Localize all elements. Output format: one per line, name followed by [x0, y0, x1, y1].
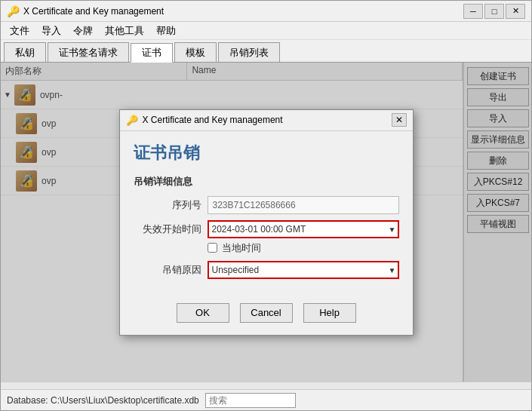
dialog-footer: OK Cancel Help — [120, 296, 413, 335]
section-label: 吊销详细信息 — [134, 175, 399, 189]
datetime-select[interactable]: 2024-03-01 00:00 GMT — [208, 220, 399, 238]
database-path: Database: C:\Users\Liux\Desktop\certific… — [7, 395, 199, 406]
menu-help[interactable]: 帮助 — [150, 23, 182, 39]
serial-label: 序列号 — [134, 198, 201, 212]
main-window: 🔑 X Certificate and Key management ─ □ ✕… — [0, 0, 532, 411]
search-input[interactable] — [205, 393, 296, 408]
menu-tools[interactable]: 其他工具 — [99, 23, 150, 39]
tab-revoke-list[interactable]: 吊销列表 — [218, 42, 280, 62]
dialog-title-text: X Certificate and Key management — [143, 115, 392, 125]
menu-file[interactable]: 文件 — [4, 23, 35, 39]
help-button[interactable]: Help — [303, 303, 356, 323]
tab-certificate[interactable]: 证书 — [131, 43, 173, 63]
window-controls: ─ □ ✕ — [463, 4, 525, 19]
reason-row: 吊销原因 Unspecified Key Compromise CA Compr… — [134, 261, 399, 279]
status-bar: Database: C:\Users\Liux\Desktop\certific… — [1, 389, 531, 410]
reason-select-wrapper: Unspecified Key Compromise CA Compromise… — [208, 261, 399, 279]
tabs-bar: 私钥 证书签名请求 证书 模板 吊销列表 — [1, 40, 531, 63]
menu-import[interactable]: 导入 — [35, 23, 67, 39]
serial-input[interactable] — [208, 196, 399, 214]
close-button[interactable]: ✕ — [506, 4, 525, 19]
title-bar: 🔑 X Certificate and Key management ─ □ ✕ — [1, 1, 531, 22]
tab-template[interactable]: 模板 — [174, 42, 217, 62]
app-title: X Certificate and Key management — [23, 6, 463, 17]
dialog-overlay: 🔑 X Certificate and Key management ✕ 证书吊… — [1, 63, 531, 382]
localtime-checkbox[interactable] — [208, 243, 217, 253]
horizontal-scrollbar[interactable] — [1, 382, 531, 389]
tab-private-key[interactable]: 私钥 — [4, 42, 46, 62]
dialog-close-button[interactable]: ✕ — [392, 113, 407, 127]
dialog-body: 证书吊销 吊销详细信息 序列号 失效开始时间 2024-03-01 00:00 … — [120, 131, 413, 296]
revoke-dialog: 🔑 X Certificate and Key management ✕ 证书吊… — [119, 109, 414, 336]
reason-select[interactable]: Unspecified Key Compromise CA Compromise… — [208, 261, 399, 279]
localtime-label: 当地时间 — [222, 241, 261, 255]
ok-button[interactable]: OK — [177, 303, 229, 323]
serial-row: 序列号 — [134, 196, 399, 214]
app-icon: 🔑 — [7, 5, 19, 17]
localtime-row: 当地时间 — [134, 241, 399, 255]
datetime-label: 失效开始时间 — [134, 222, 201, 236]
minimize-button[interactable]: ─ — [463, 4, 483, 19]
menu-bar: 文件 导入 令牌 其他工具 帮助 — [1, 22, 531, 40]
menu-token[interactable]: 令牌 — [67, 23, 99, 39]
reason-label: 吊销原因 — [134, 263, 201, 277]
maximize-button[interactable]: □ — [484, 4, 504, 19]
content-area: 内部名称 Name ▼ 🔏 ovpn- 🔏 ovp 🔏 ovp 🔏 ovp — [1, 63, 531, 382]
dialog-heading: 证书吊销 — [134, 142, 399, 164]
dialog-title-icon: 🔑 — [126, 115, 138, 126]
datetime-select-wrapper: 2024-03-01 00:00 GMT — [208, 220, 399, 238]
tab-csr[interactable]: 证书签名请求 — [48, 42, 129, 62]
datetime-row: 失效开始时间 2024-03-01 00:00 GMT — [134, 220, 399, 238]
dialog-title-bar: 🔑 X Certificate and Key management ✕ — [120, 110, 413, 131]
cancel-button[interactable]: Cancel — [240, 303, 293, 323]
